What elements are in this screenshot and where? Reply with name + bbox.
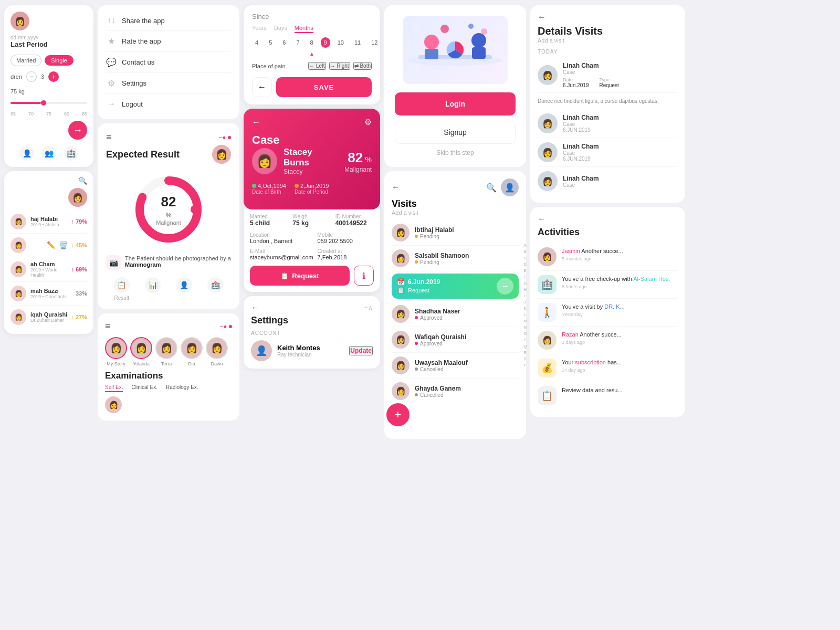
logout-menu-item[interactable]: → Logout <box>106 94 231 114</box>
married-btn[interactable]: Married <box>10 55 41 66</box>
month-11[interactable]: 11 <box>351 37 364 48</box>
detail-visit-1[interactable]: 👩 Linah Cham Case Date 6.Jun.2019 Type R… <box>538 58 678 93</box>
edit-icon[interactable]: ✏️ <box>47 241 56 249</box>
month-6[interactable]: 6 <box>279 37 289 48</box>
exam-profile-avatar: 👩 <box>105 396 122 413</box>
month-12[interactable]: 12 <box>368 37 381 48</box>
active-visit-icon: 📋 <box>397 287 405 294</box>
story-terra[interactable]: 👩 Terra <box>155 337 177 366</box>
visit-item-1[interactable]: 👩 haj Halabi 2019 • Alshifa ↑ 79% <box>10 210 87 234</box>
visit-row-1[interactable]: 👩 Ibtihaj Halabi Pending <box>392 220 519 246</box>
increment-btn[interactable]: + <box>48 71 59 82</box>
delete-icon[interactable]: 🗑️ <box>59 241 68 249</box>
case-married: Married 5 child <box>250 214 288 227</box>
weight-slider[interactable] <box>10 102 87 104</box>
next-btn[interactable]: → <box>68 121 87 140</box>
visit-row-5[interactable]: 👩 Wafiqah Quraishi Approved <box>392 327 519 353</box>
settings-back-icon[interactable]: ← <box>251 303 258 312</box>
left-btn[interactable]: ← Left <box>308 62 326 70</box>
result-tab-hospital[interactable]: 🏥 <box>207 277 223 301</box>
since-card: Since Years Days Months 4 5 6 7 8 9 10 1… <box>244 5 380 104</box>
result-tab-2[interactable]: 📊 <box>145 277 161 301</box>
decrement-btn[interactable]: − <box>26 71 37 82</box>
story-dawn[interactable]: 👩 Dawn <box>206 337 228 366</box>
hamburger-icon[interactable]: ≡ <box>106 132 112 143</box>
detail-name-4: Linah Cham <box>563 175 678 182</box>
account-label: ACCOUNT <box>251 330 373 336</box>
exam-sparkline-icon: ~♦ <box>220 323 227 330</box>
days-tab[interactable]: Days <box>274 25 287 33</box>
case-gear-icon[interactable]: ⚙ <box>364 117 372 127</box>
status-dot-6 <box>415 368 418 371</box>
result-tab-result[interactable]: 📋 Result <box>114 277 130 301</box>
desk-illustration <box>403 18 508 81</box>
visit-item-5[interactable]: 👩 iqah Quraishi Dr.Zuhair Daher ↓ 27% <box>10 306 87 329</box>
visit-row-info-4: Shadhaa Naser Approved <box>415 308 519 321</box>
search-icon[interactable]: 🔍 <box>78 176 87 185</box>
exam-hamburger-icon[interactable]: ≡ <box>105 321 111 332</box>
exam-radiology[interactable]: Radiology Ex. <box>166 384 198 392</box>
visit-item-3[interactable]: 👩 ah Cham 2019 • World Health ↑ 69% <box>10 257 87 282</box>
both-btn[interactable]: ⇌ Both <box>353 62 372 70</box>
detail-info-4: Linah Cham Case <box>563 175 678 188</box>
type-meta-label: Type <box>600 77 619 82</box>
add-visit-fab[interactable]: + <box>386 403 410 426</box>
month-10[interactable]: 10 <box>334 37 347 48</box>
visits-search-icon[interactable]: 🔍 <box>486 183 497 193</box>
activity-time-2: 6 hours ago <box>562 284 678 289</box>
update-btn[interactable]: Update <box>349 346 373 355</box>
month-4[interactable]: 4 <box>252 37 261 48</box>
visit-row-4[interactable]: 👩 Shadhaa Naser Approved <box>392 301 519 327</box>
visits-back-icon[interactable]: ← <box>392 183 400 192</box>
month-8[interactable]: 8 <box>307 37 317 48</box>
expected-avatar: 👩 <box>212 145 231 164</box>
visit-row-active[interactable]: 📅 6.Jun.2019 📋 Request → <box>392 274 519 299</box>
settings-menu-item[interactable]: ⚙ Settings <box>106 73 231 94</box>
contact-menu-item[interactable]: 💬 Contact us <box>106 52 231 73</box>
story-my-story[interactable]: 👩 My Story <box>105 337 127 366</box>
rate-menu-item[interactable]: ★ Rate the app <box>106 31 231 52</box>
activities-back-icon[interactable]: ← <box>538 214 678 224</box>
detail-visit-2[interactable]: 👩 Linah Cham Case 6.JUN.2019 <box>538 109 678 138</box>
story-yolanda[interactable]: 👩 Yolanda <box>130 337 152 366</box>
month-5[interactable]: 5 <box>266 37 275 48</box>
exam-profile-row: 👩 <box>105 396 232 413</box>
skip-link[interactable]: Skip this step <box>395 149 516 156</box>
right-btn[interactable]: → Right <box>329 62 350 70</box>
visit-row-2[interactable]: 👩 Salsabil Shamoon Pending <box>392 246 519 271</box>
details-back-icon[interactable]: ← <box>538 13 678 22</box>
visit-pct-2: ↓ 45% <box>71 242 87 248</box>
case-back-icon[interactable]: ← <box>252 118 260 127</box>
save-btn[interactable]: SAVE <box>276 77 372 97</box>
info-btn[interactable]: ℹ <box>354 266 374 286</box>
share-icon: ↑↓ <box>106 16 117 25</box>
months-tab[interactable]: Months <box>295 25 313 33</box>
detail-visit-3[interactable]: 👩 Linah Cham Case 6.JUN.2019 <box>538 138 678 167</box>
case-dates: 4,Oct,1994 Date of Birth 2,Jun,2019 Date… <box>252 183 372 195</box>
case-pct-sup: % <box>365 155 372 164</box>
dot-indicator <box>228 136 231 139</box>
back-btn[interactable]: ← <box>252 77 272 97</box>
result-tab-person[interactable]: 👤 <box>176 277 192 301</box>
detail-avatar-3: 👩 <box>538 142 558 162</box>
single-btn[interactable]: Single <box>45 55 74 66</box>
exam-clinical[interactable]: Clinical Ex. <box>131 384 157 392</box>
activity-3: 🚶 You've a visit by DR. K... Yesterday <box>538 299 678 327</box>
request-btn[interactable]: 📋 Request <box>250 266 350 286</box>
visit-item-2[interactable]: 👩 ✏️ 🗑️ ↓ 45% <box>10 234 87 257</box>
share-menu-item[interactable]: ↑↓ Share the app <box>106 10 231 31</box>
alphabet-bar: ABCDE FGHIJ KLMNO PQRST <box>523 243 527 368</box>
signup-btn[interactable]: Signup <box>395 121 516 144</box>
active-visit-arrow[interactable]: → <box>497 278 513 295</box>
detail-visit-4[interactable]: 👩 Linah Cham Case <box>538 167 678 195</box>
month-9[interactable]: 9 <box>321 37 330 48</box>
visit-item-4[interactable]: 👩 mah Bazzi 2019 • Constants 33% <box>10 282 87 306</box>
month-7[interactable]: 7 <box>293 37 302 48</box>
story-dia[interactable]: 👩 Dia <box>181 337 203 366</box>
exam-self[interactable]: Self Ex. <box>105 384 123 392</box>
visit-row-6[interactable]: 👩 Uwaysah Maalouf Cancelled <box>392 353 519 379</box>
years-tab[interactable]: Years <box>252 25 267 33</box>
visit-row-7[interactable]: 👩 Ghayda Ganem Cancelled <box>392 379 519 404</box>
login-btn[interactable]: Login <box>395 92 516 116</box>
contact-label: Contact us <box>122 58 154 66</box>
